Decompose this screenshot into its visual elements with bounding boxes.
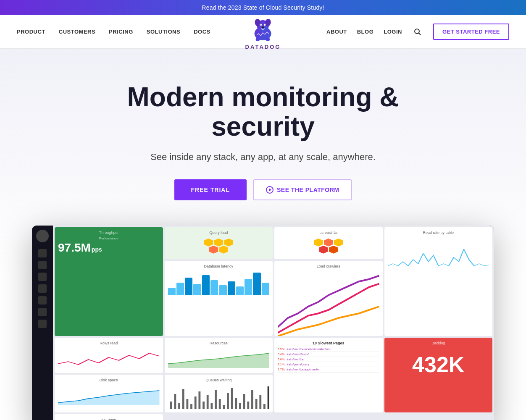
search-button[interactable]	[412, 26, 423, 37]
announcement-banner[interactable]: Read the 2023 State of Cloud Security St…	[0, 0, 526, 15]
banner-text: Read the 2023 State of Cloud Security St…	[202, 4, 324, 11]
free-trial-button[interactable]: FREE TRIAL	[174, 179, 247, 200]
svg-rect-32	[247, 402, 249, 409]
nav-docs[interactable]: DOCS	[194, 29, 210, 35]
load-crawlers-title: Load crawlers	[278, 264, 379, 268]
slowest-pages-list: 6.50k /rails/monitor/monitor/monitor/mon…	[278, 347, 379, 373]
queues-waiting-widget: Queues waiting	[165, 375, 273, 412]
dashboard-mockup: Throughput Performance 97.5M pps Query l…	[32, 226, 494, 420]
see-platform-label: SEE THE PLATFORM	[277, 186, 339, 193]
svg-rect-15	[178, 403, 180, 409]
db-latency-chart	[168, 270, 270, 295]
read-rate-widget: Read rate by table	[384, 227, 493, 336]
dashboard-preview: Throughput Performance 97.5M pps Query l…	[32, 226, 494, 420]
load-crawlers-chart	[278, 270, 379, 336]
main-nav: PRODUCT CUSTOMERS PRICING SOLUTIONS DOCS	[0, 15, 526, 49]
svg-rect-14	[174, 394, 176, 409]
queues-waiting-title: Queues waiting	[168, 378, 270, 382]
svg-rect-37	[267, 386, 269, 409]
rows-read-widget: Rows read	[55, 338, 163, 373]
db-latency-title: Database latency	[168, 264, 270, 268]
play-triangle	[269, 188, 271, 192]
db-latency-widget: Database latency	[165, 261, 273, 336]
hero-section: Modern monitoring & security See inside …	[0, 49, 526, 420]
slowest-pages-widget: 10 Slowest Pages 6.50k /rails/monitor/mo…	[274, 338, 383, 412]
hero-subheading: See inside any stack, any app, at any sc…	[17, 152, 509, 163]
svg-rect-18	[190, 404, 192, 409]
svg-rect-34	[255, 399, 257, 409]
throughput-unit: pps	[92, 246, 102, 253]
play-icon	[266, 186, 274, 194]
svg-point-9	[256, 38, 260, 41]
resources-title: Resources	[168, 341, 270, 345]
nav-blog[interactable]: BLOG	[357, 29, 374, 35]
svg-rect-28	[231, 388, 233, 409]
nav-right: ABOUT BLOG LOGIN GET STARTED FREE	[326, 24, 509, 40]
svg-rect-20	[198, 391, 200, 409]
us-east-widget: us-east-1a	[274, 227, 383, 259]
nav-product[interactable]: PRODUCT	[17, 29, 45, 35]
throughput-widget: Throughput Performance 97.5M pps	[55, 227, 163, 336]
backlog-widget: Backlog 432K	[384, 338, 493, 412]
honeycomb-1	[168, 236, 270, 256]
backlog-value: 432K	[388, 354, 489, 375]
disk-space-title: Disk space	[58, 378, 160, 382]
svg-rect-21	[203, 402, 205, 409]
search-icon	[414, 28, 421, 36]
get-started-button[interactable]: GET STARTED FREE	[433, 24, 509, 40]
query-load-widget: Query load	[165, 227, 273, 259]
svg-point-8	[262, 26, 264, 28]
read-rate-title: Read rate by table	[388, 231, 489, 235]
svg-rect-31	[243, 394, 245, 409]
svg-line-12	[418, 33, 421, 35]
load-crawlers-widget: Load crawlers	[274, 261, 383, 336]
honeycomb-2	[278, 236, 379, 256]
rows-read-chart	[58, 347, 160, 368]
svg-rect-33	[251, 390, 253, 409]
nav-left: PRODUCT CUSTOMERS PRICING SOLUTIONS DOCS	[17, 29, 210, 35]
svg-rect-16	[182, 389, 184, 409]
query-load-title: Query load	[168, 231, 270, 235]
disk-space-widget: Disk space	[55, 375, 163, 412]
read-rate-chart	[388, 236, 489, 270]
svg-rect-29	[235, 398, 237, 409]
hero-heading: Modern monitoring & security	[95, 82, 431, 142]
performance-label: Performance	[58, 236, 160, 240]
svg-rect-24	[215, 390, 217, 409]
nav-solutions[interactable]: SOLUTIONS	[147, 29, 180, 35]
metric-value: 97.5M pps	[58, 242, 160, 254]
az-range-title: az-range	[58, 417, 160, 420]
rows-read-title: Rows read	[58, 341, 160, 345]
logo[interactable]: DATADOG	[245, 13, 281, 50]
nav-about[interactable]: ABOUT	[326, 29, 347, 35]
backlog-title: Backlog	[388, 341, 489, 345]
svg-rect-36	[263, 404, 266, 409]
us-east-title: us-east-1a	[278, 231, 379, 235]
disk-space-chart	[58, 384, 160, 405]
svg-rect-25	[218, 399, 221, 409]
throughput-label: Throughput	[58, 231, 160, 235]
svg-rect-19	[194, 396, 196, 409]
nav-login[interactable]: LOGIN	[384, 29, 402, 35]
nav-pricing[interactable]: PRICING	[109, 29, 133, 35]
svg-rect-17	[186, 399, 188, 409]
svg-rect-13	[170, 402, 172, 409]
svg-point-6	[260, 24, 261, 25]
svg-rect-35	[259, 395, 261, 409]
hero-buttons: FREE TRIAL SEE THE PLATFORM	[17, 179, 509, 200]
see-platform-button[interactable]: SEE THE PLATFORM	[253, 179, 352, 200]
throughput-value: 97.5M	[58, 242, 91, 254]
svg-rect-22	[206, 395, 208, 409]
resources-chart	[168, 347, 270, 368]
slowest-pages-title: 10 Slowest Pages	[278, 341, 379, 345]
svg-rect-27	[227, 393, 229, 409]
resources-widget: Resources	[165, 338, 273, 373]
az-range-widget: az-range	[55, 414, 163, 420]
svg-point-7	[265, 24, 266, 25]
logo-icon	[246, 13, 280, 47]
dashboard-sidebar	[32, 226, 53, 420]
dashboard-grid: Throughput Performance 97.5M pps Query l…	[53, 226, 494, 420]
queues-chart	[168, 384, 270, 409]
svg-rect-23	[210, 403, 213, 409]
nav-customers[interactable]: CUSTOMERS	[59, 29, 95, 35]
